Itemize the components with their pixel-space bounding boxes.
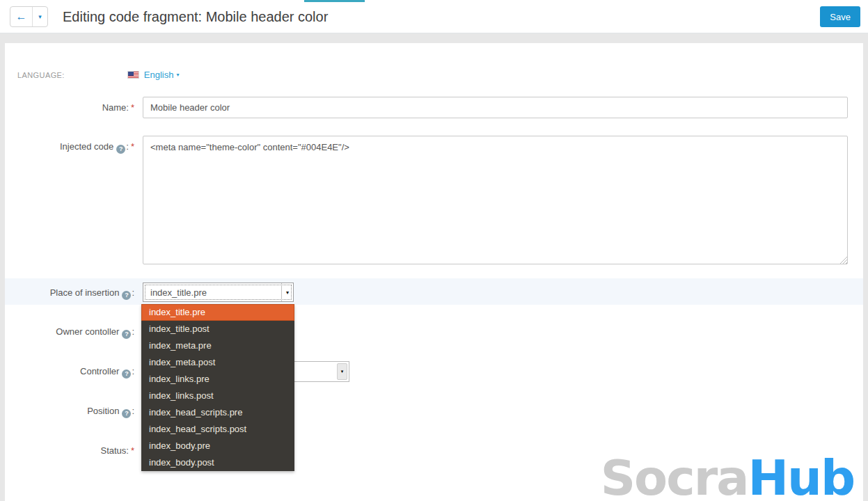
flag-canton <box>128 72 134 76</box>
page-title: Editing code fragment: Mobile header col… <box>63 0 328 33</box>
label-text: Owner contoller <box>56 326 119 337</box>
watermark-part1: Socra <box>601 450 748 501</box>
select-arrow-icon: ▾ <box>281 283 293 301</box>
dropdown-option[interactable]: index_body.pre <box>141 438 294 454</box>
dropdown-option[interactable]: index_body.post <box>141 454 294 471</box>
status-label: Status:* <box>0 445 134 456</box>
page: ← ▾ Editing code fragment: Mobile header… <box>0 0 868 501</box>
watermark-part2: Hub <box>748 450 854 501</box>
label-text: Status: <box>100 445 128 456</box>
required-mark: * <box>131 141 134 152</box>
label-colon: : <box>132 287 134 298</box>
required-mark: * <box>131 445 134 456</box>
name-label: Name:* <box>0 102 134 113</box>
help-icon[interactable]: ? <box>122 409 131 418</box>
help-icon[interactable]: ? <box>116 145 125 154</box>
back-dropdown-toggle[interactable]: ▾ <box>32 7 47 26</box>
dropdown-option[interactable]: index_head_scripts.pre <box>141 404 294 421</box>
label-colon: : <box>132 326 134 337</box>
injected-code-label: Injected code?:* <box>0 141 134 154</box>
dropdown-option[interactable]: index_head_scripts.post <box>141 421 294 438</box>
dropdown-option[interactable]: index_meta.post <box>141 354 294 371</box>
name-input[interactable] <box>143 97 848 118</box>
place-of-insertion-label: Place of insertion?: <box>0 287 134 300</box>
place-of-insertion-select[interactable]: index_title.pre ▾ <box>143 283 294 302</box>
tab-accent-bar <box>304 0 365 2</box>
dropdown-option[interactable]: index_meta.pre <box>141 337 294 354</box>
dropdown-option[interactable]: index_links.pre <box>141 371 294 388</box>
label-text: Injected code <box>60 141 113 152</box>
help-icon[interactable]: ? <box>122 291 131 300</box>
place-dropdown-list: index_title.preindex_title.postindex_met… <box>141 304 294 471</box>
label-colon: : <box>132 406 134 416</box>
dropdown-option[interactable]: index_title.post <box>141 321 294 337</box>
back-button-group: ← ▾ <box>10 6 48 27</box>
required-mark: * <box>131 102 134 113</box>
label-colon: : <box>126 141 129 152</box>
page-header: ← ▾ Editing code fragment: Mobile header… <box>0 0 868 33</box>
controller-label: Controller?: <box>0 366 134 379</box>
back-arrow-icon: ← <box>16 10 27 23</box>
help-icon[interactable]: ? <box>122 369 131 379</box>
select-arrow-icon: ▾ <box>337 363 347 380</box>
language-row: LANGUAGE: English ▾ <box>17 70 179 80</box>
label-text: Name: <box>102 102 129 113</box>
us-flag-icon <box>127 71 139 79</box>
label-colon: : <box>132 366 134 376</box>
label-text: Controller <box>80 366 119 376</box>
chevron-down-icon: ▾ <box>38 13 42 20</box>
back-button[interactable]: ← <box>10 7 32 26</box>
label-text: Place of insertion <box>50 287 120 298</box>
select-value: index_title.pre <box>150 283 207 301</box>
language-selector[interactable]: English <box>144 70 174 80</box>
chevron-down-icon[interactable]: ▾ <box>176 72 179 78</box>
dropdown-option[interactable]: index_title.pre <box>141 304 294 321</box>
watermark-logo: SocraHub <box>601 450 854 501</box>
language-label: LANGUAGE: <box>17 71 65 79</box>
help-icon[interactable]: ? <box>122 330 131 339</box>
save-button[interactable]: Save <box>820 6 860 27</box>
label-text: Position <box>87 406 119 416</box>
injected-code-textarea[interactable]: <meta name="theme-color" content="#004E4… <box>143 136 848 264</box>
dropdown-option[interactable]: index_links.post <box>141 388 294 404</box>
owner-controller-label: Owner contoller?: <box>0 326 134 339</box>
position-label: Position?: <box>0 406 134 418</box>
